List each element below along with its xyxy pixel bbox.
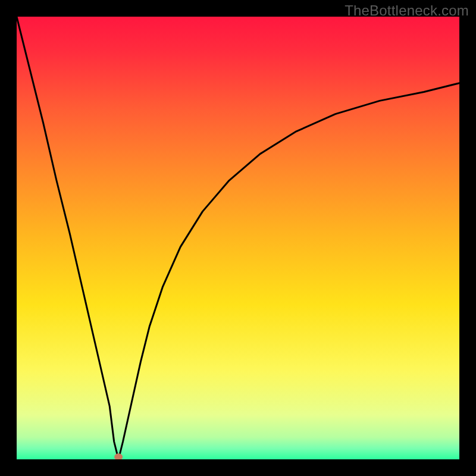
plot-area (17, 17, 459, 459)
bottleneck-chart (17, 17, 459, 459)
chart-container: TheBottleneck.com (0, 0, 476, 476)
watermark-text: TheBottleneck.com (345, 2, 469, 19)
gradient-background (17, 17, 459, 459)
